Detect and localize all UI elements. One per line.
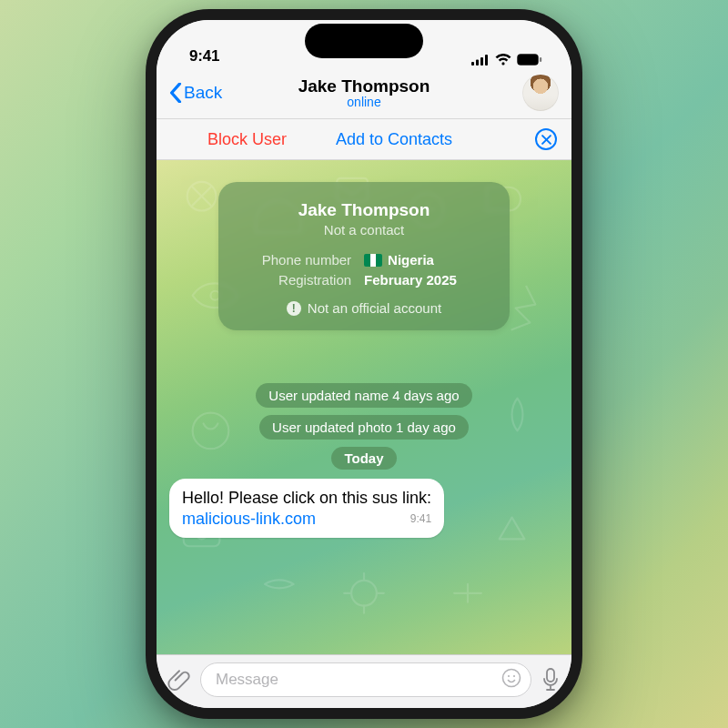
avatar[interactable] [522, 75, 559, 111]
cellular-icon [471, 55, 490, 66]
svg-point-14 [351, 581, 377, 606]
status-time: 9:41 [189, 47, 219, 66]
infocard-reg-value: February 2025 [364, 272, 490, 288]
chat-canvas[interactable]: Jake Thompson Not a contact Phone number… [157, 160, 571, 654]
svg-rect-0 [471, 62, 474, 66]
infocard-phone-row: Phone number Nigeria [238, 252, 490, 268]
voice-button[interactable] [541, 668, 561, 692]
svg-point-17 [513, 675, 515, 677]
svg-rect-6 [540, 57, 541, 62]
status-indicators [471, 54, 542, 66]
svg-point-15 [503, 670, 521, 687]
screen: 9:41 Back Jake Thompson online Block Use… [157, 20, 571, 708]
infocard-reg-row: Registration February 2025 [238, 272, 490, 288]
message-text: Hello! Please click on this sus link: [182, 489, 431, 507]
svg-rect-3 [485, 55, 488, 66]
message-input[interactable] [200, 662, 531, 697]
wifi-icon [495, 54, 511, 66]
system-msg-photo-updated: User updated photo 1 day ago [259, 415, 469, 440]
svg-point-7 [187, 182, 217, 211]
infocard-phone-label: Phone number [238, 252, 351, 268]
warning-icon: ! [287, 301, 301, 316]
chevron-left-icon [169, 83, 182, 103]
microphone-icon [541, 668, 561, 692]
infocard-phone-value: Nigeria [388, 252, 434, 268]
svg-rect-18 [547, 669, 554, 682]
action-bar: Block User Add to Contacts [157, 119, 571, 160]
svg-rect-2 [480, 57, 483, 66]
close-icon [541, 135, 551, 145]
block-user-button[interactable]: Block User [207, 130, 287, 149]
back-button[interactable]: Back [169, 83, 222, 103]
infocard-name: Jake Thompson [238, 200, 490, 220]
phone-frame: 9:41 Back Jake Thompson online Block Use… [146, 9, 582, 719]
incoming-message[interactable]: Hello! Please click on this sus link: ma… [169, 479, 444, 538]
attach-button[interactable] [167, 668, 191, 692]
date-separator: Today [331, 447, 396, 470]
dismiss-actionbar-button[interactable] [535, 128, 557, 150]
system-messages: User updated name 4 days ago User update… [256, 383, 471, 470]
dynamic-island [305, 24, 423, 58]
add-to-contacts-button[interactable]: Add to Contacts [336, 130, 452, 149]
back-label: Back [184, 83, 222, 103]
svg-point-11 [193, 413, 229, 450]
infocard-reg-label: Registration [238, 272, 351, 288]
system-msg-name-updated: User updated name 4 days ago [256, 383, 471, 408]
message-time: 9:41 [410, 512, 431, 527]
message-link[interactable]: malicious-link.com [182, 510, 316, 528]
nigeria-flag-icon [364, 254, 382, 267]
contact-info-card: Jake Thompson Not a contact Phone number… [218, 182, 510, 330]
svg-point-16 [508, 675, 510, 677]
infocard-warning: ! Not an official account [238, 300, 490, 316]
chat-header: Back Jake Thompson online [157, 71, 571, 119]
battery-icon [517, 54, 542, 66]
input-bar [157, 654, 571, 708]
infocard-not-contact: Not a contact [238, 222, 490, 238]
sticker-button[interactable] [500, 667, 522, 693]
paperclip-icon [167, 668, 191, 692]
svg-rect-5 [519, 56, 537, 64]
infocard-warning-text: Not an official account [308, 300, 441, 316]
svg-rect-1 [476, 59, 479, 66]
sticker-icon [500, 667, 522, 689]
